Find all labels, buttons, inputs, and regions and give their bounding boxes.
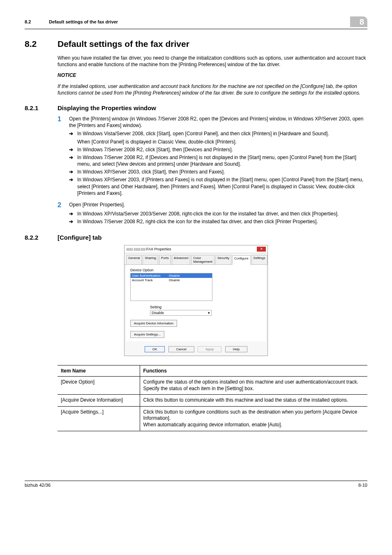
setting-value: Disable (152, 311, 164, 315)
close-icon[interactable]: ✕ (257, 247, 266, 252)
apply-button[interactable]: Apply (198, 346, 221, 352)
dialog-title-text: FAX Properties (146, 247, 257, 251)
cancel-button[interactable]: Cancel (168, 346, 194, 352)
step-text: Open the [Printers] window (in Windows 7… (69, 116, 367, 129)
chevron-down-icon: ▾ (208, 311, 210, 315)
substep-text: In Windows XP/Server 2003, if [Printers … (77, 176, 367, 197)
table-cell-func: Click this button to communicate with th… (140, 395, 367, 407)
footer-left: bizhub 42/36 (25, 483, 51, 488)
section-title: Default settings of the fax driver (58, 39, 189, 49)
step-number: 1 (58, 116, 69, 129)
table-row: [Device Option] Configure the status of … (58, 376, 367, 394)
acquire-device-info-button[interactable]: Acquire Device Information (130, 320, 177, 327)
arrow-icon: ➔ (69, 146, 77, 153)
table-cell-name: [Acquire Device Information] (58, 395, 140, 407)
tab-advanced[interactable]: Advanced (172, 255, 191, 264)
list-item[interactable]: User Authentication Disable (131, 273, 212, 278)
substep-text: In Windows 7/Server 2008 R2, click [Star… (77, 146, 367, 153)
footer-right: 8-10 (358, 483, 367, 488)
tab-ports[interactable]: Ports (159, 255, 171, 264)
tab-sharing[interactable]: Sharing (143, 255, 158, 264)
subsection-number: 8.2.1 (25, 104, 58, 111)
step-text: Open [Printer Properties]. (69, 201, 367, 209)
subsection-title: [Configure] tab (58, 234, 101, 241)
list-item-name: Account Track (132, 278, 169, 282)
substep-text: In Windows 7/Server 2008 R2, right-click… (77, 218, 367, 225)
dialog-tabs: General Sharing Ports Advanced Color Man… (125, 253, 267, 265)
header-section-number: 8.2 (25, 19, 48, 24)
arrow-icon: ➔ (69, 130, 77, 137)
item-functions-table: Item Name Functions [Device Option] Conf… (58, 365, 367, 431)
substep-text: In Windows Vista/Server 2008, click [Sta… (77, 130, 367, 137)
help-button[interactable]: Help (225, 346, 247, 352)
arrow-icon: ➔ (69, 154, 77, 167)
section-number: 8.2 (25, 39, 58, 49)
device-option-listbox[interactable]: User Authentication Disable Account Trac… (130, 273, 212, 301)
header-section-title: Default settings of the fax driver (49, 19, 118, 24)
dialog-titlebar: ▮▮▮▮ ▮▮▮▮ ▮▮▮ FAX Properties ✕ (125, 245, 267, 253)
list-item-name: User Authentication (132, 274, 169, 278)
substep-continuation: When [Control Panel] is displayed in Cla… (77, 139, 367, 145)
table-cell-name: [Device Option] (58, 376, 140, 394)
chapter-badge: 8 (350, 16, 367, 27)
tab-general[interactable]: General (126, 255, 142, 264)
list-item[interactable]: Account Track Disable (131, 278, 212, 282)
table-cell-func: Click this button to configure condition… (140, 406, 367, 431)
subsection-number: 8.2.2 (25, 234, 58, 241)
acquire-settings-button[interactable]: Acquire Settings... (130, 331, 164, 338)
header-divider (25, 29, 367, 29)
tab-security[interactable]: Security (215, 255, 231, 264)
setting-combobox[interactable]: Disable ▾ (150, 310, 212, 316)
arrow-icon: ➔ (69, 176, 77, 197)
table-cell-name: [Acquire Settings...] (58, 406, 140, 431)
arrow-icon: ➔ (69, 218, 77, 225)
step-number: 2 (58, 201, 69, 209)
tab-configure[interactable]: Configure (232, 255, 251, 265)
table-header-item: Item Name (58, 365, 140, 376)
substep-text: In Windows XP/Vista/Server 2003/Server 2… (77, 210, 367, 217)
substep-text: In Windows 7/Server 2008 R2, if [Devices… (77, 154, 367, 167)
notice-body: If the installed options, user authentic… (58, 83, 367, 96)
running-header: 8.2 Default settings of the fax driver (25, 19, 350, 24)
intro-paragraph: When you have installed the fax driver, … (58, 55, 367, 68)
list-item-value: Disable (169, 278, 180, 282)
table-header-functions: Functions (140, 365, 367, 376)
setting-label: Setting (150, 305, 262, 309)
table-row: [Acquire Device Information] Click this … (58, 395, 367, 407)
subsection-title: Displaying the Properties window (58, 104, 156, 111)
arrow-icon: ➔ (69, 210, 77, 217)
table-cell-func: Configure the status of the options inst… (140, 376, 367, 394)
list-item-value: Disable (169, 274, 180, 278)
device-option-label: Device Option (130, 268, 262, 272)
substep-text: In Windows XP/Server 2003, click [Start]… (77, 169, 367, 175)
table-row: [Acquire Settings...] Click this button … (58, 406, 367, 431)
ok-button[interactable]: OK (145, 346, 165, 352)
arrow-icon: ➔ (69, 169, 77, 175)
tab-settings[interactable]: Settings (251, 255, 267, 264)
properties-dialog: ▮▮▮▮ ▮▮▮▮ ▮▮▮ FAX Properties ✕ General S… (124, 245, 268, 356)
tab-color-management[interactable]: Color Management (191, 255, 214, 264)
notice-label: NOTICE (58, 72, 367, 79)
blurred-text: ▮▮▮▮ ▮▮▮▮ ▮▮▮ (126, 247, 145, 251)
